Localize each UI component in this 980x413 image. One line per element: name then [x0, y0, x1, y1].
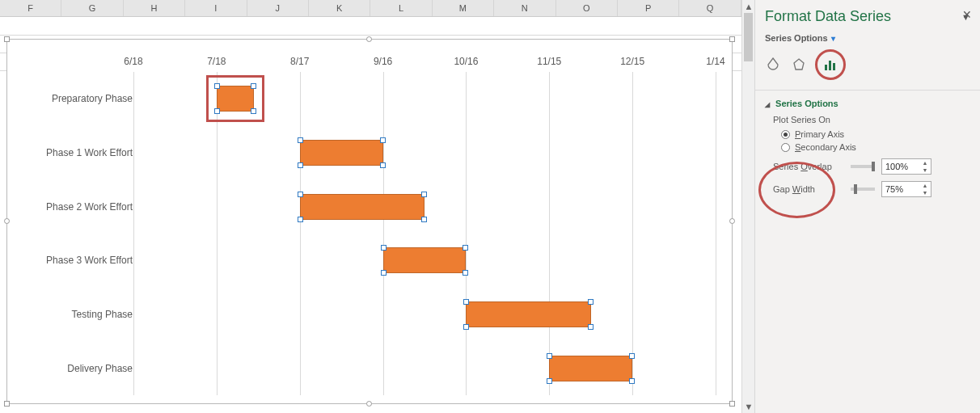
col-header[interactable]: H — [124, 0, 185, 16]
data-point-handle[interactable] — [214, 108, 220, 114]
col-header[interactable]: G — [61, 0, 123, 16]
gridline — [300, 72, 301, 395]
series-options-dropdown[interactable]: Series Options ▾ — [765, 27, 970, 46]
data-bar[interactable] — [383, 247, 467, 273]
col-header[interactable]: I — [185, 0, 247, 16]
scroll-down-button[interactable]: ▼ — [742, 400, 755, 413]
data-point-handle[interactable] — [380, 162, 386, 168]
radio-icon — [781, 130, 790, 139]
series-options-section-header[interactable]: Series Options — [765, 95, 970, 112]
data-point-handle[interactable] — [381, 245, 387, 251]
series-overlap-control: Series Overlap 100% ▲▼ — [765, 154, 970, 176]
primary-axis-radio[interactable]: Primary Axis — [765, 128, 970, 141]
data-point-handle[interactable] — [588, 324, 593, 330]
data-point-handle[interactable] — [381, 270, 387, 276]
resize-handle[interactable] — [366, 401, 372, 407]
resize-handle[interactable] — [4, 401, 10, 407]
gantt-chart-object[interactable]: 6/187/188/179/1610/1611/1512/151/14Prepa… — [6, 39, 733, 404]
resize-handle[interactable] — [729, 36, 735, 42]
scroll-thumb[interactable] — [744, 13, 753, 61]
resize-handle[interactable] — [4, 218, 10, 224]
spreadsheet-column-headers: F G H I J K L M N O P Q — [0, 0, 741, 17]
data-point-handle[interactable] — [298, 137, 303, 143]
spin-up-icon[interactable]: ▲ — [919, 182, 931, 189]
resize-handle[interactable] — [729, 401, 735, 407]
col-header[interactable]: F — [0, 0, 61, 16]
series-overlap-slider[interactable] — [851, 165, 875, 168]
data-point-handle[interactable] — [629, 353, 635, 359]
close-icon[interactable]: ✕ — [962, 8, 972, 21]
secondary-axis-radio[interactable]: Secondary Axis — [765, 141, 970, 154]
col-header[interactable]: Q — [679, 0, 741, 16]
spin-up-icon[interactable]: ▲ — [919, 159, 931, 166]
data-point-handle[interactable] — [298, 192, 303, 197]
category-axis-label: Phase 2 Work Effort — [19, 201, 133, 213]
gridline — [632, 72, 633, 395]
series-options-tab-icon[interactable] — [822, 57, 838, 73]
gap-width-label: Gap Width — [773, 184, 844, 194]
effects-tab-icon[interactable] — [791, 57, 807, 73]
data-point-handle[interactable] — [463, 324, 469, 330]
series-overlap-value[interactable]: 100% — [882, 162, 919, 171]
data-bar[interactable] — [466, 301, 590, 327]
col-header[interactable]: M — [433, 0, 494, 16]
gridline — [716, 72, 716, 395]
data-point-handle[interactable] — [421, 192, 427, 197]
data-point-handle[interactable] — [547, 378, 552, 384]
col-header[interactable]: O — [556, 0, 618, 16]
gap-width-slider[interactable] — [851, 188, 875, 191]
resize-handle[interactable] — [4, 36, 10, 42]
data-bar[interactable] — [300, 140, 383, 166]
col-header[interactable]: K — [309, 0, 370, 16]
gridline — [217, 72, 218, 395]
data-bar[interactable] — [549, 356, 632, 381]
series-overlap-spinner[interactable]: 100% ▲▼ — [881, 158, 931, 175]
fill-line-tab-icon[interactable] — [765, 57, 781, 73]
spin-down-icon[interactable]: ▼ — [919, 189, 931, 196]
gridline — [549, 72, 550, 395]
scroll-up-button[interactable]: ▲ — [742, 0, 755, 13]
data-point-handle[interactable] — [463, 245, 468, 251]
gridline — [383, 72, 384, 395]
data-point-handle[interactable] — [298, 162, 303, 168]
date-axis-label: 1/14 — [706, 56, 724, 67]
data-point-handle[interactable] — [251, 108, 256, 114]
date-axis-label: 12/15 — [620, 56, 644, 67]
col-header[interactable]: P — [618, 0, 679, 16]
data-point-handle[interactable] — [421, 217, 427, 222]
data-point-handle[interactable] — [380, 137, 386, 143]
data-point-handle[interactable] — [463, 270, 468, 276]
data-point-handle[interactable] — [251, 83, 256, 89]
pane-title: Format Data Series ▼ — [765, 0, 970, 27]
gridline — [133, 72, 134, 395]
svg-rect-2 — [829, 61, 831, 70]
date-axis-label: 11/15 — [537, 56, 561, 67]
plot-area[interactable] — [133, 72, 716, 395]
vertical-scrollbar[interactable]: ▲ ▼ — [741, 0, 754, 413]
svg-rect-1 — [825, 65, 827, 70]
col-header[interactable]: L — [370, 0, 432, 16]
plot-series-on-label: Plot Series On — [765, 112, 970, 128]
data-point-handle[interactable] — [588, 299, 593, 305]
chevron-down-icon: ▾ — [831, 34, 835, 43]
spin-down-icon[interactable]: ▼ — [919, 166, 931, 174]
format-category-tabs — [765, 46, 970, 88]
svg-marker-0 — [794, 59, 804, 70]
col-header[interactable]: N — [494, 0, 555, 16]
data-point-handle[interactable] — [214, 83, 220, 89]
primary-axis-label: rimary Axis — [800, 129, 844, 139]
data-point-handle[interactable] — [547, 353, 552, 359]
data-point-handle[interactable] — [629, 378, 635, 384]
data-point-handle[interactable] — [463, 299, 469, 305]
resize-handle[interactable] — [366, 36, 372, 42]
resize-handle[interactable] — [729, 218, 735, 224]
format-data-series-pane: Format Data Series ▼ ✕ Series Options ▾ … — [754, 0, 980, 413]
col-header[interactable]: J — [247, 0, 309, 16]
data-bar[interactable] — [300, 194, 425, 220]
category-axis-label: Preparatory Phase — [19, 93, 133, 104]
data-bar[interactable] — [217, 86, 254, 112]
gap-width-spinner[interactable]: 75% ▲▼ — [881, 181, 931, 197]
data-point-handle[interactable] — [298, 217, 303, 222]
category-axis-label: Phase 3 Work Effort — [19, 255, 133, 266]
gap-width-value[interactable]: 75% — [882, 184, 919, 194]
